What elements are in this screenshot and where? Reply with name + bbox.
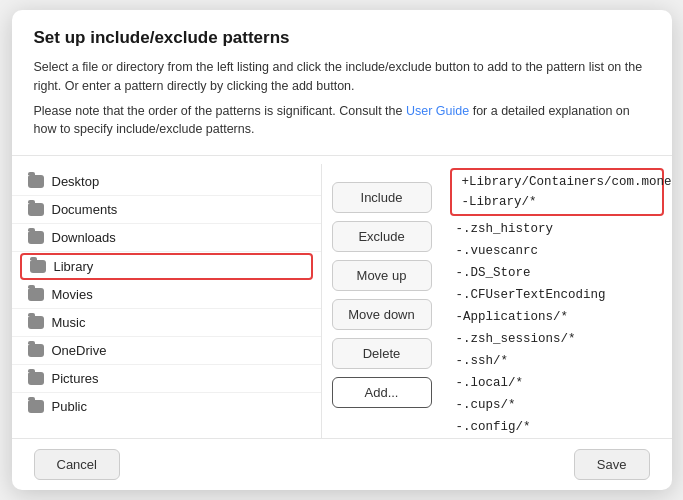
delete-button[interactable]: Delete (332, 338, 432, 369)
pattern-item[interactable]: -Applications/* (450, 306, 664, 328)
file-item[interactable]: Documents (12, 196, 321, 224)
action-buttons: Include Exclude Move up Move down Delete… (322, 164, 442, 438)
pattern-highlighted-group: +Library/Containers/com.moneymone-Librar… (450, 168, 664, 216)
pattern-list: +Library/Containers/com.moneymone-Librar… (442, 164, 672, 438)
add-button[interactable]: Add... (332, 377, 432, 408)
file-item-label: Public (52, 399, 87, 414)
pattern-item[interactable]: -.ssh/* (450, 350, 664, 372)
pattern-item[interactable]: -.DS_Store (450, 262, 664, 284)
file-item-label: Documents (52, 202, 118, 217)
file-list: DesktopDocumentsDownloadsLibraryMoviesMu… (12, 164, 322, 438)
file-item-label: Pictures (52, 371, 99, 386)
cancel-button[interactable]: Cancel (34, 449, 120, 480)
file-item[interactable]: Downloads (12, 224, 321, 252)
file-item[interactable]: Library (20, 253, 313, 280)
pattern-item[interactable]: -Library/* (458, 192, 656, 212)
folder-icon (28, 288, 44, 301)
pattern-item[interactable]: -.zsh_sessions/* (450, 328, 664, 350)
folder-icon (28, 231, 44, 244)
pattern-item[interactable]: -.config/* (450, 416, 664, 438)
pattern-item[interactable]: -.local/* (450, 372, 664, 394)
dialog-title: Set up include/exclude patterns (34, 28, 650, 48)
file-item[interactable]: Public (12, 393, 321, 420)
file-item[interactable]: Pictures (12, 365, 321, 393)
dialog: Set up include/exclude patterns Select a… (12, 10, 672, 490)
pattern-item[interactable]: -.cups/* (450, 394, 664, 416)
file-item[interactable]: Movies (12, 281, 321, 309)
file-item-label: OneDrive (52, 343, 107, 358)
folder-icon (28, 175, 44, 188)
file-item-label: Library (54, 259, 94, 274)
dialog-desc2: Please note that the order of the patter… (34, 102, 650, 140)
pattern-item[interactable]: -.vuescanrc (450, 240, 664, 262)
file-item[interactable]: Desktop (12, 168, 321, 196)
folder-icon (28, 400, 44, 413)
pattern-item[interactable]: -.zsh_history (450, 218, 664, 240)
file-item-label: Music (52, 315, 86, 330)
move-up-button[interactable]: Move up (332, 260, 432, 291)
folder-icon (28, 316, 44, 329)
pattern-item[interactable]: -.CFUserTextEncoding (450, 284, 664, 306)
file-item[interactable]: OneDrive (12, 337, 321, 365)
dialog-header: Set up include/exclude patterns Select a… (12, 10, 672, 156)
folder-icon (28, 203, 44, 216)
dialog-desc2-prefix: Please note that the order of the patter… (34, 104, 406, 118)
file-item-label: Movies (52, 287, 93, 302)
user-guide-link[interactable]: User Guide (406, 104, 469, 118)
folder-icon (30, 260, 46, 273)
pattern-item[interactable]: +Library/Containers/com.moneymone (458, 172, 656, 192)
folder-icon (28, 344, 44, 357)
file-item-label: Desktop (52, 174, 100, 189)
file-item[interactable]: Music (12, 309, 321, 337)
save-button[interactable]: Save (574, 449, 650, 480)
dialog-footer: Cancel Save (12, 438, 672, 490)
include-button[interactable]: Include (332, 182, 432, 213)
file-item-label: Downloads (52, 230, 116, 245)
exclude-button[interactable]: Exclude (332, 221, 432, 252)
dialog-desc1: Select a file or directory from the left… (34, 58, 650, 96)
move-down-button[interactable]: Move down (332, 299, 432, 330)
dialog-body: DesktopDocumentsDownloadsLibraryMoviesMu… (12, 156, 672, 438)
folder-icon (28, 372, 44, 385)
